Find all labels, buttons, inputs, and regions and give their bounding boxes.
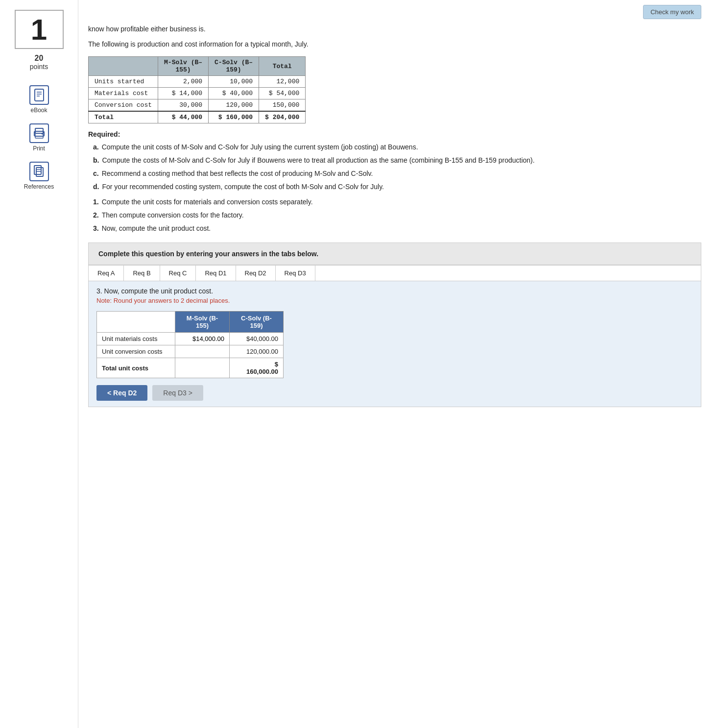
intro-line2: The following is production and cost inf… bbox=[88, 39, 701, 49]
step-3: Now, compute the unit product cost. bbox=[93, 223, 701, 234]
tabs-container: Req A Req B Req C Req D1 Req D2 Req D3 3… bbox=[88, 265, 701, 407]
tabs-row: Req A Req B Req C Req D1 Req D2 Req D3 bbox=[89, 266, 701, 281]
intro-line1: know how profitable either business is. bbox=[88, 24, 701, 34]
points-label: 20 points bbox=[30, 54, 48, 71]
table-row: Units started 2,000 10,000 12,000 bbox=[89, 76, 306, 88]
answer-row-label: Unit conversion costs bbox=[97, 345, 175, 358]
msolv-conversion-cell[interactable] bbox=[175, 345, 230, 358]
question-number: 1 bbox=[15, 10, 64, 49]
tab-req-d1[interactable]: Req D1 bbox=[196, 266, 236, 281]
row-msolv: 30,000 bbox=[158, 99, 209, 112]
tab-spacer bbox=[315, 266, 701, 281]
next-button[interactable]: Req D3 > bbox=[152, 385, 203, 401]
sidebar-item-references[interactable]: References bbox=[24, 162, 54, 190]
row-label: Conversion cost bbox=[89, 99, 158, 112]
msolv-conversion-input[interactable] bbox=[180, 348, 224, 355]
row-csolv: 120,000 bbox=[209, 99, 259, 112]
svg-point-7 bbox=[41, 133, 43, 135]
numbered-steps: Compute the unit costs for materials and… bbox=[88, 197, 701, 234]
complete-question-box: Complete this question by entering your … bbox=[88, 243, 701, 265]
row-label: Materials cost bbox=[89, 88, 158, 99]
main-content: Check my work know how profitable either… bbox=[78, 0, 716, 728]
answer-table-col1: M-Solv (B-155) bbox=[175, 312, 230, 333]
answer-row-total: Total unit costs $160,000.00 bbox=[97, 358, 284, 378]
req-item-c: Recommend a costing method that best ref… bbox=[93, 169, 701, 179]
svg-rect-0 bbox=[35, 89, 44, 101]
msolv-total-cell[interactable] bbox=[175, 358, 230, 378]
tab-note: Note: Round your answers to 2 decimal pl… bbox=[96, 297, 693, 304]
cost-table: M-Solv (B–155) C-Solv (B–159) Total Unit… bbox=[88, 56, 306, 123]
sidebar-item-print[interactable]: Print bbox=[29, 123, 49, 152]
row-csolv: 10,000 bbox=[209, 76, 259, 88]
tab-req-d2[interactable]: Req D2 bbox=[236, 266, 276, 281]
row-msolv: $ 44,000 bbox=[158, 111, 209, 123]
csolv-materials-cell: $40,000.00 bbox=[230, 333, 284, 345]
cost-table-col3-header: C-Solv (B–159) bbox=[209, 57, 259, 76]
svg-rect-8 bbox=[34, 166, 41, 174]
msolv-materials-cell[interactable] bbox=[175, 333, 230, 345]
step-1: Compute the unit costs for materials and… bbox=[93, 197, 701, 207]
msolv-materials-input[interactable] bbox=[180, 335, 224, 342]
tab-req-d3[interactable]: Req D3 bbox=[276, 266, 315, 281]
cost-table-col1-header bbox=[89, 57, 158, 76]
answer-table-col0 bbox=[97, 312, 175, 333]
answer-row-conversion: Unit conversion costs 120,000.00 bbox=[97, 345, 284, 358]
row-csolv: $ 40,000 bbox=[209, 88, 259, 99]
req-item-d: For your recommended costing system, com… bbox=[93, 182, 701, 192]
row-label: Total bbox=[89, 111, 158, 123]
cost-table-col4-header: Total bbox=[259, 57, 306, 76]
cost-table-col2-header: M-Solv (B–155) bbox=[158, 57, 209, 76]
references-label: References bbox=[24, 183, 54, 190]
required-list: Compute the unit costs of M-Solv and C-S… bbox=[88, 142, 701, 192]
row-total: 12,000 bbox=[259, 76, 306, 88]
required-label: Required: bbox=[88, 130, 701, 138]
req-item-a: Compute the unit costs of M-Solv and C-S… bbox=[93, 142, 701, 152]
csolv-total-cell: $160,000.00 bbox=[230, 358, 284, 378]
ebook-icon bbox=[29, 85, 49, 105]
step-2: Then compute conversion costs for the fa… bbox=[93, 210, 701, 220]
row-total: $ 54,000 bbox=[259, 88, 306, 99]
req-item-b: Compute the costs of M-Solv and C-Solv f… bbox=[93, 155, 701, 166]
tab-req-c[interactable]: Req C bbox=[160, 266, 196, 281]
tab-content-title: 3. Now, compute the unit product cost. bbox=[96, 287, 693, 295]
nav-buttons: < Req D2 Req D3 > bbox=[96, 385, 693, 401]
row-label: Units started bbox=[89, 76, 158, 88]
print-icon bbox=[29, 123, 49, 143]
references-icon bbox=[29, 162, 49, 181]
tab-req-a[interactable]: Req A bbox=[89, 266, 124, 281]
top-bar: Check my work bbox=[88, 5, 701, 19]
sidebar: 1 20 points eBook Print References bbox=[0, 0, 78, 728]
row-total: $ 204,000 bbox=[259, 111, 306, 123]
print-label: Print bbox=[33, 145, 45, 152]
row-csolv: $ 160,000 bbox=[209, 111, 259, 123]
answer-row-materials: Unit materials costs $40,000.00 bbox=[97, 333, 284, 345]
csolv-conversion-cell: 120,000.00 bbox=[230, 345, 284, 358]
ebook-label: eBook bbox=[30, 107, 47, 114]
row-msolv: 2,000 bbox=[158, 76, 209, 88]
svg-rect-9 bbox=[36, 168, 43, 176]
prev-button[interactable]: < Req D2 bbox=[96, 385, 147, 401]
answer-table-col2: C-Solv (B-159) bbox=[230, 312, 284, 333]
row-msolv: $ 14,000 bbox=[158, 88, 209, 99]
table-row: Conversion cost 30,000 120,000 150,000 bbox=[89, 99, 306, 112]
table-row: Materials cost $ 14,000 $ 40,000 $ 54,00… bbox=[89, 88, 306, 99]
answer-table: M-Solv (B-155) C-Solv (B-159) Unit mater… bbox=[96, 311, 284, 378]
table-row-total: Total $ 44,000 $ 160,000 $ 204,000 bbox=[89, 111, 306, 123]
sidebar-item-ebook[interactable]: eBook bbox=[29, 85, 49, 114]
tab-content: 3. Now, compute the unit product cost. N… bbox=[89, 281, 701, 407]
answer-row-label: Total unit costs bbox=[97, 358, 175, 378]
msolv-total-input[interactable] bbox=[180, 364, 224, 372]
row-total: 150,000 bbox=[259, 99, 306, 112]
tab-req-b[interactable]: Req B bbox=[124, 266, 160, 281]
check-work-button[interactable]: Check my work bbox=[643, 5, 701, 19]
answer-row-label: Unit materials costs bbox=[97, 333, 175, 345]
